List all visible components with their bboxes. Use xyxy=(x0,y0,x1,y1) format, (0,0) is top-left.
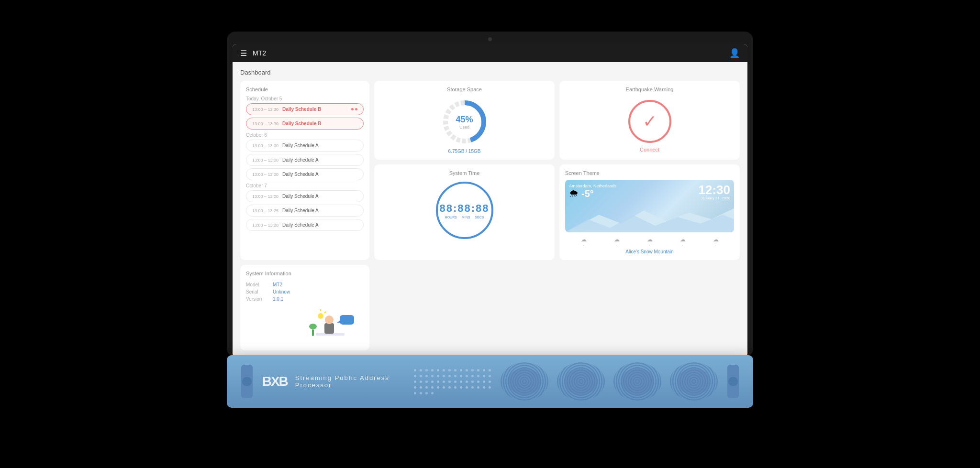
cloud-icon: 🌨 xyxy=(569,188,579,199)
hours-label: HOURS xyxy=(445,216,457,219)
mount-right xyxy=(727,365,739,398)
vent-1 xyxy=(501,362,548,401)
schedule-time: 13:00 – 13:00 xyxy=(252,194,278,199)
user-icon[interactable]: 👤 xyxy=(729,48,740,58)
mount-circle-right xyxy=(728,377,738,386)
forecast-label-1: · xyxy=(583,243,584,247)
schedule-name: Daily Schedule A xyxy=(282,194,319,199)
sysinfo-title: System Information xyxy=(246,271,364,276)
model-value: MT2 xyxy=(273,282,282,287)
theme-date: January 31, 2020 xyxy=(699,196,731,200)
weather-overlay: Amsterdam, Netherlands 🌨 -5° 12:30 xyxy=(565,180,734,232)
topnav-left: ☰ MT2 xyxy=(240,49,266,58)
dot-strip-left xyxy=(413,368,496,395)
svg-point-13 xyxy=(309,324,317,329)
forecast-label-2: · xyxy=(616,243,617,247)
dashboard-title: Dashboard xyxy=(240,69,740,76)
schedule-item-today-1[interactable]: 13:00 – 13:30 Daily Schedule B xyxy=(246,103,364,115)
systemtime-title: System Time xyxy=(449,170,480,176)
main-grid: Schedule Today, October 5 13:00 – 13:30 … xyxy=(240,81,740,350)
sysinfo-card: System Information Model MT2 Serial Unkn… xyxy=(240,265,369,350)
schedule-item-oct7-3[interactable]: 13:00 – 13:28 Daily Schedule A xyxy=(246,219,364,231)
earthquake-status: Connect xyxy=(640,147,659,152)
screen-theme-card: Screen Theme Amsterdam, Netherlands 🌨 -5… xyxy=(559,164,740,260)
oct7-label: October 7 xyxy=(246,183,364,188)
schedule-time: 13:00 – 13:00 xyxy=(252,172,278,177)
forecast-label-4: · xyxy=(682,243,683,247)
theme-name[interactable]: Alice's Snow Mountain xyxy=(565,249,734,254)
cloud-icon-5: ☁ xyxy=(713,236,719,243)
cloud-icon-3: ☁ xyxy=(647,236,653,243)
earthquake-status-circle: ✓ xyxy=(628,100,671,143)
svg-line-11 xyxy=(324,312,326,313)
hardware-unit: BXB Streaming Public Address Processor xyxy=(227,355,753,408)
theme-temp: -5° xyxy=(581,188,594,199)
schedule-name: Daily Schedule A xyxy=(282,172,319,177)
oct6-label: October 6 xyxy=(246,132,364,138)
schedule-item-oct6-3[interactable]: 13:00 – 13:00 Daily Schedule A xyxy=(246,168,364,180)
vent-inner-3 xyxy=(621,368,654,395)
schedule-item-oct6-1[interactable]: 13:00 – 13:00 Daily Schedule A xyxy=(246,140,364,152)
today-label: Today, October 5 xyxy=(246,96,364,101)
forecast-label-5: · xyxy=(715,243,716,247)
time-display: 88:88:88 xyxy=(439,202,489,215)
schedule-name: Daily Schedule B xyxy=(282,107,321,112)
storage-percent: 45% xyxy=(456,115,473,125)
donut-center: 45% Used xyxy=(456,115,473,130)
forecast-day-1: ☁ · xyxy=(581,236,587,247)
menu-icon[interactable]: ☰ xyxy=(240,49,247,58)
schedule-name: Daily Schedule A xyxy=(282,222,319,228)
sysinfo-version-row: Version 1.0.1 xyxy=(246,296,364,302)
mount-left xyxy=(241,365,253,398)
schedule-name: Daily Schedule A xyxy=(282,208,319,213)
donut-chart: 45% Used xyxy=(441,98,489,146)
svg-point-9 xyxy=(318,313,323,319)
schedule-time: 13:00 – 13:30 xyxy=(252,121,278,126)
schedule-time: 13:00 – 13:00 xyxy=(252,158,278,163)
forecast-label-3: · xyxy=(649,243,650,247)
theme-top-row: Amsterdam, Netherlands 🌨 -5° 12:30 xyxy=(569,184,730,200)
brand-section: BXB Streaming Public Address Processor xyxy=(262,374,394,389)
laptop-screen: ☰ MT2 👤 Dashboard Schedule Today, Octobe… xyxy=(233,44,747,357)
version-value: 1.0.1 xyxy=(273,296,283,302)
screen-bezel: ☰ MT2 👤 Dashboard Schedule Today, Octobe… xyxy=(227,32,753,357)
sysinfo-model-row: Model MT2 xyxy=(246,282,364,287)
time-circle: 88:88:88 HOURS MINS SECS xyxy=(436,182,493,239)
theme-title: Screen Theme xyxy=(565,170,734,176)
schedule-time: 13:00 – 13:25 xyxy=(252,208,278,213)
schedule-name: Daily Schedule A xyxy=(282,143,319,148)
schedule-name: Daily Schedule B xyxy=(282,121,321,126)
schedule-item-oct7-1[interactable]: 13:00 – 13:00 Daily Schedule A xyxy=(246,190,364,202)
svg-rect-12 xyxy=(312,329,314,336)
serial-value: Unknow xyxy=(273,289,290,294)
vent-2 xyxy=(557,362,605,401)
forecast-day-4: ☁ · xyxy=(680,236,686,247)
schedule-item-today-2[interactable]: 13:00 – 13:30 Daily Schedule B xyxy=(246,118,364,130)
cloud-icon-4: ☁ xyxy=(680,236,686,243)
earthquake-title: Earthquake Warning xyxy=(626,87,674,92)
cloud-icon-2: ☁ xyxy=(614,236,620,243)
mount-circle-left xyxy=(242,377,252,386)
time-labels: HOURS MINS SECS xyxy=(445,216,484,219)
svg-point-6 xyxy=(325,316,334,324)
secs-label: SECS xyxy=(475,216,484,219)
vent-inner-4 xyxy=(677,368,711,395)
mins-label: MINS xyxy=(462,216,470,219)
schedule-title: Schedule xyxy=(246,87,364,92)
schedule-item-oct6-2[interactable]: 13:00 – 13:00 Daily Schedule A xyxy=(246,154,364,166)
sysinfo-serial-row: Serial Unknow xyxy=(246,289,364,294)
forecast-day-2: ☁ · xyxy=(614,236,620,247)
vent-inner-1 xyxy=(508,368,541,395)
forecast-day-3: ☁ · xyxy=(647,236,653,247)
vent-3 xyxy=(613,362,661,401)
theme-preview[interactable]: Amsterdam, Netherlands 🌨 -5° 12:30 xyxy=(565,180,734,232)
laptop-camera xyxy=(488,37,492,41)
app-title: MT2 xyxy=(253,49,266,57)
schedule-card: Schedule Today, October 5 13:00 – 13:30 … xyxy=(240,81,369,260)
forecast-day-5: ☁ · xyxy=(713,236,719,247)
version-label: Version xyxy=(246,296,269,302)
theme-right: 12:30 January 31, 2020 xyxy=(699,184,731,200)
schedule-item-oct7-2[interactable]: 13:00 – 13:25 Daily Schedule A xyxy=(246,205,364,217)
grill-section xyxy=(501,362,718,401)
theme-location: Amsterdam, Netherlands xyxy=(569,184,617,188)
